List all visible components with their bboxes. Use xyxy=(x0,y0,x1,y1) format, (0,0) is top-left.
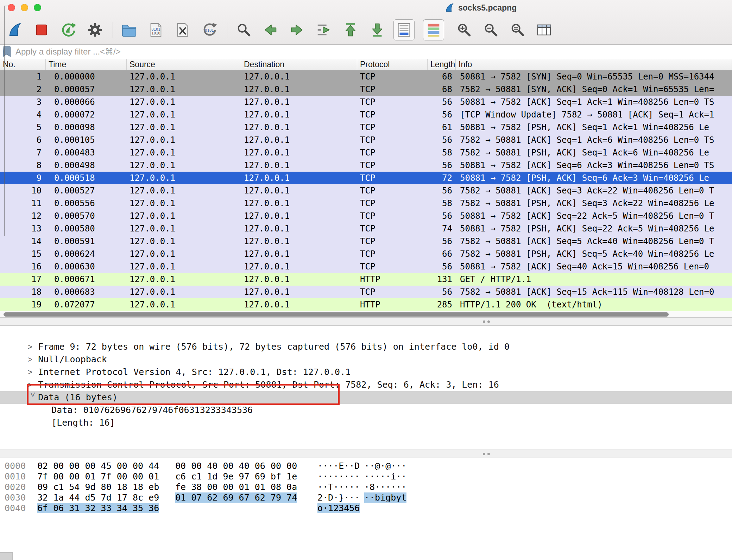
cell-no: 4 xyxy=(0,108,46,121)
packet-row[interactable]: 19 0.072077 127.0.0.1 127.0.0.1 HTTP 285… xyxy=(0,298,732,311)
ascii-left[interactable]: o·123456 xyxy=(317,503,364,514)
hex-bytes-right[interactable]: fe 38 00 00 01 01 08 0a xyxy=(175,482,317,492)
column-header-time[interactable]: Time xyxy=(46,59,127,70)
expander-icon[interactable]: > xyxy=(27,353,38,366)
cell-source: 127.0.0.1 xyxy=(127,184,241,197)
auto-scroll-toggle[interactable] xyxy=(393,19,415,40)
hex-row[interactable]: 00406f 06 31 32 33 34 35 36o·123456 xyxy=(0,503,732,514)
expander-icon[interactable]: > xyxy=(27,341,38,353)
hex-row[interactable]: 00107f 00 00 01 7f 00 00 01c6 c1 1d 9e 9… xyxy=(0,471,732,482)
packet-row[interactable]: 10 0.000527 127.0.0.1 127.0.0.1 TCP 56 7… xyxy=(0,184,732,197)
packet-row[interactable]: 1 0.000000 127.0.0.1 127.0.0.1 TCP 68 50… xyxy=(0,70,732,83)
ascii-left[interactable]: ····E··D xyxy=(317,461,364,471)
pane-splitter-top[interactable] xyxy=(0,317,732,326)
hex-bytes-right[interactable]: 01 07 62 69 67 62 79 74 xyxy=(175,492,317,503)
reload-file-button[interactable]: 0101 xyxy=(199,19,220,40)
column-header-protocol[interactable]: Protocol xyxy=(357,59,428,70)
resize-columns-button[interactable] xyxy=(534,19,555,40)
scrollbar-thumb[interactable] xyxy=(4,312,669,317)
packet-detail-pane: >Frame 9: 72 bytes on wire (576 bits), 7… xyxy=(0,326,732,450)
go-to-packet-button[interactable] xyxy=(313,19,334,40)
pane-splitter-bottom[interactable] xyxy=(0,450,732,458)
zoom-original-button[interactable] xyxy=(507,19,528,40)
expander-icon[interactable]: > xyxy=(27,366,38,378)
close-file-icon xyxy=(175,22,191,38)
colorize-toggle[interactable] xyxy=(423,19,444,40)
ascii-left[interactable]: 2·D·}··· xyxy=(317,492,364,503)
cell-destination: 127.0.0.1 xyxy=(241,210,357,222)
ascii-right[interactable]: ·8······ xyxy=(364,482,411,492)
hex-row[interactable]: 003032 1a 44 d5 7d 17 8c e901 07 62 69 6… xyxy=(0,492,732,503)
open-file-button[interactable] xyxy=(119,19,140,40)
packet-row[interactable]: 9 0.000518 127.0.0.1 127.0.0.1 TCP 72 50… xyxy=(0,172,732,184)
packet-row[interactable]: 15 0.000624 127.0.0.1 127.0.0.1 TCP 66 7… xyxy=(0,248,732,260)
detail-row[interactable]: >Frame 9: 72 bytes on wire (576 bits), 7… xyxy=(0,328,732,341)
cell-source: 127.0.0.1 xyxy=(127,286,241,298)
cell-source: 127.0.0.1 xyxy=(127,146,241,159)
column-header-no[interactable]: No. xyxy=(0,59,46,70)
last-packet-button[interactable] xyxy=(367,19,388,40)
cell-no: 17 xyxy=(0,273,46,286)
ascii-right[interactable]: ··@·@··· xyxy=(364,461,411,471)
close-file-button[interactable] xyxy=(172,19,193,40)
ascii-left[interactable]: ········ xyxy=(317,471,364,482)
column-header-info[interactable]: Info xyxy=(456,59,732,70)
ascii-right[interactable]: ·····i·· xyxy=(364,471,411,482)
horizontal-scrollbar[interactable] xyxy=(0,311,732,317)
traffic-light-minimize[interactable] xyxy=(21,4,28,11)
traffic-light-zoom[interactable] xyxy=(34,4,41,11)
hex-bytes-right[interactable]: c6 c1 1d 9e 97 69 bf 1e xyxy=(175,471,317,482)
first-packet-button[interactable] xyxy=(340,19,361,40)
packet-row[interactable]: 17 0.000671 127.0.0.1 127.0.0.1 HTTP 131… xyxy=(0,273,732,286)
hex-bytes-right[interactable]: 00 00 40 00 40 06 00 00 xyxy=(175,461,317,471)
packet-row[interactable]: 3 0.000066 127.0.0.1 127.0.0.1 TCP 56 50… xyxy=(0,96,732,108)
packet-row[interactable]: 6 0.000105 127.0.0.1 127.0.0.1 TCP 56 75… xyxy=(0,134,732,146)
scrollbar-corner xyxy=(0,552,13,560)
display-filter-input[interactable] xyxy=(15,46,732,57)
zoom-in-button[interactable] xyxy=(453,19,474,40)
ascii-right[interactable] xyxy=(364,503,411,514)
packet-row[interactable]: 4 0.000072 127.0.0.1 127.0.0.1 TCP 56 [T… xyxy=(0,108,732,121)
packet-row[interactable]: 7 0.000483 127.0.0.1 127.0.0.1 TCP 58 75… xyxy=(0,146,732,159)
hex-row[interactable]: 000002 00 00 00 45 00 00 4400 00 40 00 4… xyxy=(0,461,732,471)
cell-protocol: TCP xyxy=(357,108,428,121)
detail-row[interactable]: >Internet Protocol Version 4, Src: 127.0… xyxy=(0,353,732,366)
find-packet-button[interactable] xyxy=(233,19,254,40)
expander-icon[interactable]: > xyxy=(27,378,38,391)
cell-time: 0.000683 xyxy=(46,286,127,298)
cell-info: 50881 → 7582 [ACK] Seq=1 Ack=1 Win=40825… xyxy=(456,96,732,108)
bookmark-icon[interactable] xyxy=(2,46,12,58)
next-packet-button[interactable] xyxy=(286,19,308,40)
hex-bytes-left[interactable]: 7f 00 00 01 7f 00 00 01 xyxy=(37,471,175,482)
hex-bytes-left[interactable]: 6f 06 31 32 33 34 35 36 xyxy=(37,503,175,514)
packet-row[interactable]: 8 0.000498 127.0.0.1 127.0.0.1 TCP 56 50… xyxy=(0,159,732,172)
hex-bytes-right[interactable] xyxy=(175,503,317,514)
packet-row[interactable]: 12 0.000570 127.0.0.1 127.0.0.1 TCP 56 5… xyxy=(0,210,732,222)
traffic-light-close[interactable] xyxy=(8,4,15,11)
start-capture-button[interactable] xyxy=(4,19,25,40)
zoom-out-button[interactable] xyxy=(480,19,501,40)
packet-row[interactable]: 5 0.000098 127.0.0.1 127.0.0.1 TCP 61 50… xyxy=(0,121,732,134)
packet-row[interactable]: 14 0.000591 127.0.0.1 127.0.0.1 TCP 56 7… xyxy=(0,235,732,248)
hex-row[interactable]: 002009 c1 54 9d 80 18 18 ebfe 38 00 00 0… xyxy=(0,482,732,492)
hex-bytes-left[interactable]: 32 1a 44 d5 7d 17 8c e9 xyxy=(37,492,175,503)
column-header-length[interactable]: Length xyxy=(428,59,456,70)
packet-row[interactable]: 2 0.000057 127.0.0.1 127.0.0.1 TCP 68 75… xyxy=(0,83,732,96)
stop-capture-button[interactable] xyxy=(31,19,52,40)
ascii-right[interactable]: ··bigbyt xyxy=(364,492,411,503)
restart-capture-button[interactable] xyxy=(58,19,79,40)
cell-no: 5 xyxy=(0,121,46,134)
packet-row[interactable]: 16 0.000630 127.0.0.1 127.0.0.1 TCP 56 5… xyxy=(0,260,732,273)
hex-bytes-left[interactable]: 02 00 00 00 45 00 00 44 xyxy=(37,461,175,471)
expander-icon[interactable]: > xyxy=(26,392,39,403)
column-header-source[interactable]: Source xyxy=(127,59,241,70)
column-header-destination[interactable]: Destination xyxy=(241,59,357,70)
save-file-button[interactable]: 01011010 xyxy=(145,19,166,40)
previous-packet-button[interactable] xyxy=(260,19,281,40)
hex-bytes-left[interactable]: 09 c1 54 9d 80 18 18 eb xyxy=(37,482,175,492)
ascii-left[interactable]: ··T····· xyxy=(317,482,364,492)
packet-row[interactable]: 18 0.000683 127.0.0.1 127.0.0.1 TCP 56 7… xyxy=(0,286,732,298)
capture-options-button[interactable] xyxy=(84,19,106,40)
packet-row[interactable]: 11 0.000556 127.0.0.1 127.0.0.1 TCP 58 7… xyxy=(0,197,732,210)
packet-row[interactable]: 13 0.000580 127.0.0.1 127.0.0.1 TCP 74 5… xyxy=(0,222,732,235)
